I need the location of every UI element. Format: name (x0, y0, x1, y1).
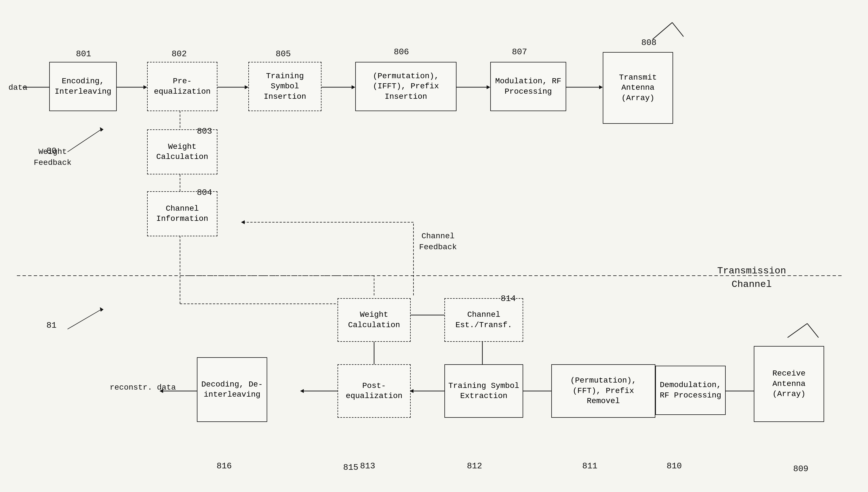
block-806: (Permutation), (IFFT), Prefix Insertion (355, 62, 456, 111)
ref-809: 809 (793, 464, 809, 474)
svg-marker-48 (100, 127, 103, 132)
ref-81: 81 (46, 321, 56, 330)
svg-marker-50 (100, 307, 103, 312)
block-816: Decoding, De- interleaving (197, 357, 267, 422)
block-802: Pre- equalization (147, 62, 217, 111)
block-803: Weight Calculation (147, 129, 217, 174)
ref-805: 805 (276, 49, 291, 59)
ref-814: 814 (501, 294, 516, 303)
ref-808: 808 (641, 38, 656, 48)
block-814: Channel Est./Transf. (444, 298, 523, 342)
block-804: Channel Information (147, 191, 217, 236)
ref-816: 816 (217, 461, 232, 471)
svg-line-45 (788, 323, 807, 338)
svg-line-49 (68, 310, 101, 329)
label-data-out: reconstr. data (110, 383, 176, 393)
ref-802: 802 (172, 49, 187, 59)
label-channel-feedback: ChannelFeedback (419, 231, 457, 253)
ref-804: 804 (197, 188, 212, 197)
svg-line-43 (652, 23, 672, 40)
ref-812: 812 (467, 461, 482, 471)
svg-marker-3 (144, 85, 147, 89)
ref-815: 815 (343, 463, 358, 472)
block-813: Post- equalization (338, 364, 411, 418)
label-data-in: data (8, 83, 27, 92)
svg-marker-17 (241, 220, 245, 224)
block-807: Modulation, RF Processing (490, 62, 566, 111)
block-811: (Permutation), (FFT), Prefix Removel (551, 364, 655, 418)
block-809: Receive Antenna (Array) (754, 346, 824, 422)
svg-marker-11 (599, 85, 603, 89)
svg-marker-7 (352, 85, 355, 89)
svg-line-46 (807, 323, 818, 338)
block-812: Training Symbol Extraction (444, 364, 523, 418)
ref-811: 811 (582, 461, 597, 471)
diagram: Encoding, Interleaving 801 Pre- equaliza… (0, 0, 868, 492)
ref-813: 813 (360, 461, 375, 471)
svg-line-44 (672, 23, 684, 36)
label-transmission-channel: TransmissionChannel (717, 265, 786, 291)
ref-810: 810 (667, 461, 682, 471)
block-810: Demodulation, RF Processing (655, 366, 726, 415)
ref-803: 803 (197, 127, 212, 136)
ref-806: 806 (394, 47, 409, 57)
svg-marker-9 (487, 85, 490, 89)
block-805: Training Symbol Insertion (248, 62, 322, 111)
svg-marker-5 (245, 85, 248, 89)
block-808: Transmit Antenna (Array) (603, 52, 673, 124)
ref-80: 80 (46, 146, 56, 156)
svg-marker-29 (300, 389, 304, 393)
svg-line-47 (68, 129, 101, 152)
block-801: Encoding, Interleaving (49, 62, 117, 111)
block-815: Weight Calculation (338, 298, 411, 342)
ref-801: 801 (76, 49, 91, 59)
ref-807: 807 (512, 47, 527, 57)
